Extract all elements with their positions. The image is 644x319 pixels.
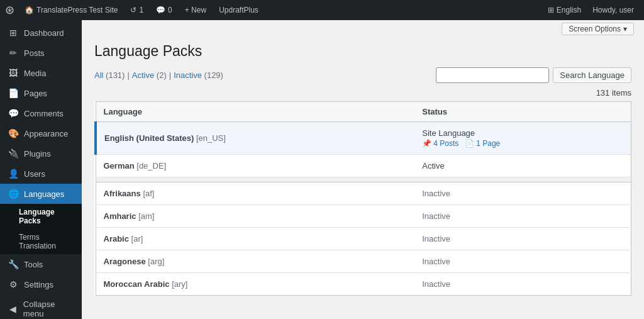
sidebar-item-appearance[interactable]: 🎨 Appearance [0, 123, 82, 143]
table-row: English (United States) [en_US]Site Lang… [96, 122, 631, 155]
items-count: 131 items [94, 88, 631, 98]
status-cell: Site Language📌 4 Posts📄 1 Page [414, 122, 631, 155]
posts-icon: ✏ [8, 48, 19, 58]
admin-bar-site[interactable]: 🏠 TranslatePress Test Site [19, 6, 123, 14]
tools-icon: 🔧 [8, 259, 19, 269]
status-cell: Inactive [414, 228, 631, 250]
appearance-icon: 🎨 [8, 128, 19, 138]
admin-bar-user[interactable]: Howdy, user [587, 6, 639, 14]
wp-logo-icon: ⊛ [5, 3, 14, 17]
settings-icon: ⚙ [8, 279, 19, 289]
status-cell: Inactive [414, 205, 631, 228]
pages-icon: 📄 [8, 88, 19, 98]
admin-bar-customize[interactable]: ↺ ↺ 1 [125, 6, 148, 14]
sidebar-item-plugins[interactable]: 🔌 Plugins [0, 143, 82, 164]
language-cell: Arabic [ar] [96, 228, 414, 250]
languages-icon: 🌐 [8, 189, 19, 199]
page-title: Language Packs [94, 43, 631, 60]
language-cell: Amharic [am] [96, 205, 414, 228]
sidebar-item-collapse[interactable]: ◀ Collapse menu [0, 294, 82, 319]
table-row: German [de_DE]Active [96, 155, 631, 177]
admin-bar-new[interactable]: + New [180, 6, 211, 14]
admin-bar-comments[interactable]: 💬 0 [151, 6, 177, 14]
sidebar: ⊞ Dashboard ✏ Posts 🖼 Media 📄 Pages 💬 Co… [0, 20, 82, 319]
dashboard-icon: ⊞ [8, 28, 19, 38]
comments-menu-icon: 💬 [8, 108, 19, 118]
status-link[interactable]: 📌 4 Posts [422, 139, 458, 148]
collapse-icon: ◀ [8, 304, 18, 314]
status-link[interactable]: 📄 1 Page [465, 139, 500, 148]
status-cell: Inactive [414, 250, 631, 273]
table-row: Moroccan Arabic [ary]Inactive [96, 273, 631, 296]
table-row: Amharic [am]Inactive [96, 205, 631, 228]
col-language: Language [96, 102, 414, 122]
main-content: Screen Options ▾ Language Packs All (131… [82, 20, 644, 319]
table-row: Aragonese [arg]Inactive [96, 250, 631, 273]
screen-options-bar: Screen Options ▾ [82, 20, 644, 38]
screen-options-button[interactable]: Screen Options ▾ [562, 23, 634, 35]
sidebar-item-languages[interactable]: 🌐 Languages [0, 184, 82, 204]
media-icon: 🖼 [8, 68, 19, 78]
filter-links: All (131) | Active (2) | Inactive (129) [94, 70, 223, 80]
sidebar-item-users[interactable]: 👤 Users [0, 164, 82, 184]
admin-bar: ⊛ 🏠 TranslatePress Test Site ↺ ↺ 1 💬 0 +… [0, 0, 644, 20]
sidebar-item-tools[interactable]: 🔧 Tools [0, 254, 82, 274]
sidebar-item-settings[interactable]: ⚙ Settings [0, 274, 82, 294]
filter-bar: All (131) | Active (2) | Inactive (129) [94, 67, 631, 83]
submenu-item-language-packs[interactable]: Language Packs [0, 204, 82, 229]
admin-bar-updraft[interactable]: UpdraftPlus [214, 6, 264, 14]
site-icon: 🏠 [25, 6, 34, 14]
table-row: Afrikaans [af]Inactive [96, 182, 631, 205]
sidebar-item-dashboard[interactable]: ⊞ Dashboard [0, 23, 82, 43]
sidebar-item-posts[interactable]: ✏ Posts [0, 43, 82, 63]
filter-active[interactable]: Active (2) [132, 70, 167, 80]
sidebar-item-pages[interactable]: 📄 Pages [0, 83, 82, 103]
sidebar-item-comments[interactable]: 💬 Comments [0, 103, 82, 123]
language-cell: Aragonese [arg] [96, 250, 414, 273]
col-status: Status [414, 102, 631, 122]
status-cell: Active [414, 155, 631, 177]
table-row: Arabic [ar]Inactive [96, 228, 631, 250]
sidebar-item-media[interactable]: 🖼 Media [0, 63, 82, 83]
language-cell: German [de_DE] [96, 155, 414, 177]
search-language-button[interactable]: Search Language [553, 67, 631, 83]
search-area: Search Language [436, 67, 631, 83]
admin-bar-language[interactable]: ⊞ English [543, 6, 586, 14]
language-packs-table: Language Status English (United States) … [94, 101, 631, 296]
customize-icon: ↺ [130, 6, 136, 14]
search-input[interactable] [436, 67, 549, 83]
submenu-item-terms-translation[interactable]: Terms Translation [0, 229, 82, 254]
language-cell: Moroccan Arabic [ary] [96, 273, 414, 296]
language-icon: ⊞ [548, 6, 554, 14]
comments-icon: 💬 [156, 6, 165, 14]
filter-inactive[interactable]: Inactive (129) [174, 70, 223, 80]
filter-all[interactable]: All (131) [94, 70, 125, 80]
language-cell: Afrikaans [af] [96, 182, 414, 205]
status-cell: Inactive [414, 182, 631, 205]
language-cell: English (United States) [en_US] [96, 122, 414, 155]
plugins-icon: 🔌 [8, 148, 19, 159]
users-icon: 👤 [8, 169, 19, 179]
status-cell: Inactive [414, 273, 631, 296]
